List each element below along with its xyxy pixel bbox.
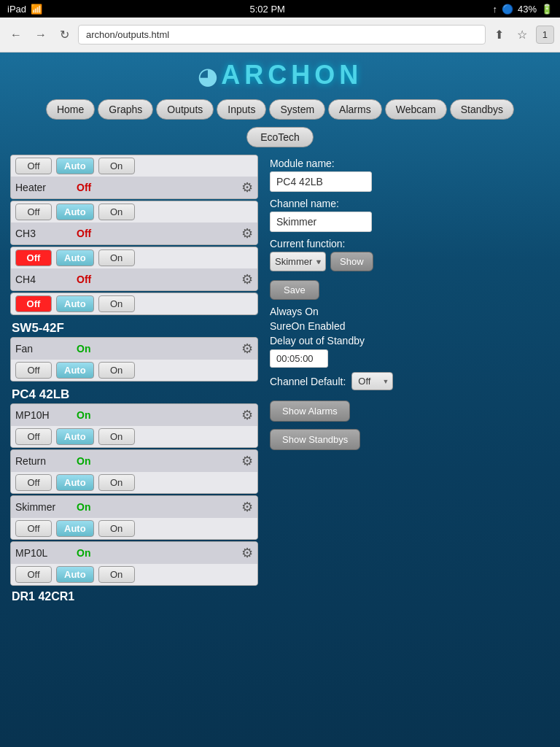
nav-inputs[interactable]: Inputs: [217, 99, 266, 120]
channel-default-select-wrapper: Off On Auto: [351, 372, 393, 390]
url-input[interactable]: [78, 25, 486, 44]
ch3-channel-group: Off Auto On CH3 Off ⚙: [10, 201, 258, 245]
show-button[interactable]: Show: [330, 252, 373, 271]
browser-bar: ← → ↻ ⬆ ☆ 1: [0, 18, 560, 53]
page-background: ◕ ARCHON Home Graphs Outputs Inputs Syst…: [0, 53, 560, 747]
return-off-button[interactable]: Off: [15, 474, 52, 491]
channel-default-row: Channel Default: Off On Auto: [270, 372, 550, 390]
heater-on-top-button[interactable]: On: [98, 158, 135, 174]
delay-standby-label: Delay out of Standby: [270, 335, 365, 347]
ch3-name-row: CH3 Off ⚙: [11, 222, 257, 244]
fan-channel-group: Fan On ⚙ Off Auto On: [10, 337, 258, 382]
ecotech-button[interactable]: EcoTech: [246, 127, 314, 147]
mp10l-on-button[interactable]: On: [98, 566, 135, 583]
nav-outputs[interactable]: Outputs: [156, 99, 214, 120]
channels-panel: Off Auto On Heater Off ⚙ Off: [10, 155, 258, 606]
delay-standby-row: Delay out of Standby: [270, 335, 550, 347]
logo-area: ◕ ARCHON: [0, 53, 560, 95]
channel-name-input[interactable]: [270, 212, 372, 232]
skimmer-off-button[interactable]: Off: [15, 520, 52, 537]
ch3-gear-icon[interactable]: ⚙: [241, 225, 253, 241]
ch4-gear-icon[interactable]: ⚙: [241, 271, 253, 287]
sureon-row: SureOn Enabled: [270, 320, 550, 332]
return-channel-name: Return: [15, 455, 74, 467]
skimmer-channel-group: Skimmer On ⚙ Off Auto On: [10, 495, 258, 540]
mp10h-name-row: MP10H On ⚙: [11, 404, 257, 426]
channel-default-label: Channel Default:: [270, 376, 346, 387]
return-on-button[interactable]: On: [98, 474, 135, 491]
function-row: Skimmer Always On Timer ▼ Show: [270, 252, 550, 271]
nav-bar: Home Graphs Outputs Inputs System Alarms…: [0, 95, 560, 124]
fan-on-button[interactable]: On: [98, 362, 135, 379]
ecotech-bar: EcoTech: [0, 124, 560, 155]
ch3-on-active-button[interactable]: On: [98, 249, 135, 266]
current-function-label: Current function:: [270, 238, 550, 249]
ch4-auto-button[interactable]: Auto: [56, 295, 94, 312]
ch3-ctrl-top: Off Auto On: [15, 204, 253, 220]
wifi-icon: 📶: [31, 4, 42, 15]
ch4-channel-name: CH4: [15, 274, 74, 285]
detail-panel: Module name: Channel name: Current funct…: [270, 155, 550, 606]
nav-alarms[interactable]: Alarms: [328, 99, 382, 120]
ch4-status: Off: [77, 274, 91, 285]
fan-ctrl-row: Off Auto On: [11, 360, 257, 381]
function-select[interactable]: Skimmer Always On Timer: [270, 252, 326, 271]
ch3-off-active-row: Off Auto On: [11, 247, 257, 268]
skimmer-channel-name: Skimmer: [15, 501, 74, 513]
skimmer-on-button[interactable]: On: [98, 520, 135, 537]
mp10l-auto-button[interactable]: Auto: [56, 566, 94, 583]
save-button[interactable]: Save: [270, 280, 319, 300]
forward-button[interactable]: →: [31, 26, 51, 44]
tab-count[interactable]: 1: [536, 26, 554, 44]
heater-name-row: Heater Off ⚙: [11, 177, 257, 198]
return-auto-button[interactable]: Auto: [56, 474, 94, 491]
heater-auto-top-button[interactable]: Auto: [56, 158, 94, 174]
skimmer-auto-button[interactable]: Auto: [56, 520, 94, 537]
show-standbys-button[interactable]: Show Standbys: [270, 429, 360, 450]
nav-home[interactable]: Home: [46, 99, 95, 120]
heater-gear-icon[interactable]: ⚙: [241, 179, 253, 196]
logo-text: ARCHON: [221, 60, 362, 90]
ch3-off-top-button[interactable]: Off: [15, 204, 52, 220]
refresh-button[interactable]: ↻: [55, 25, 74, 44]
heater-channel-name: Heater: [15, 182, 74, 193]
signal-icon: ↑: [492, 4, 497, 15]
mp10h-on-button[interactable]: On: [98, 428, 135, 445]
ch3-on-top-button[interactable]: On: [98, 204, 135, 220]
show-alarms-button[interactable]: Show Alarms: [270, 400, 350, 422]
mp10l-off-button[interactable]: Off: [15, 566, 52, 583]
ch3-auto-top-button[interactable]: Auto: [56, 204, 94, 220]
mp10h-gear-icon[interactable]: ⚙: [241, 407, 253, 423]
nav-graphs[interactable]: Graphs: [98, 99, 153, 120]
skimmer-gear-icon[interactable]: ⚙: [241, 499, 253, 515]
heater-off-top-button[interactable]: Off: [15, 158, 52, 174]
ch4-on-button[interactable]: On: [98, 295, 135, 312]
nav-system[interactable]: System: [269, 99, 325, 120]
share-button[interactable]: ⬆: [490, 25, 508, 44]
ch4-off-active-button[interactable]: Off: [15, 295, 52, 312]
fan-gear-icon[interactable]: ⚙: [241, 341, 253, 357]
mp10h-off-button[interactable]: Off: [15, 428, 52, 445]
ch3-auto-active-button[interactable]: Auto: [56, 249, 94, 266]
ch4-off-group: Off Auto On: [10, 293, 258, 315]
back-button[interactable]: ←: [6, 26, 26, 44]
skimmer-name-row: Skimmer On ⚙: [11, 496, 257, 518]
mp10h-ctrl: Off Auto On: [15, 428, 253, 445]
module-name-input[interactable]: [270, 171, 372, 192]
fan-off-button[interactable]: Off: [15, 362, 52, 379]
bookmark-button[interactable]: ☆: [513, 25, 532, 44]
fan-auto-button[interactable]: Auto: [56, 362, 94, 379]
return-gear-icon[interactable]: ⚙: [241, 453, 253, 469]
delay-time-input[interactable]: [270, 349, 328, 368]
mp10h-auto-button[interactable]: Auto: [56, 428, 94, 445]
status-bar: iPad 📶 5:02 PM ↑ 🔵 43% 🔋: [0, 0, 560, 18]
return-channel-group: Return On ⚙ Off Auto On: [10, 449, 258, 494]
ch3-status: Off: [77, 228, 91, 239]
nav-standbys[interactable]: Standbys: [450, 99, 514, 120]
ch3-off-active-button[interactable]: Off: [15, 249, 52, 266]
ch4-name-row: CH4 Off ⚙: [11, 268, 257, 290]
channel-default-select[interactable]: Off On Auto: [351, 372, 393, 390]
nav-webcam[interactable]: Webcam: [385, 99, 447, 120]
heater-top-row: Off Auto On: [11, 155, 257, 177]
mp10l-gear-icon[interactable]: ⚙: [241, 545, 253, 561]
